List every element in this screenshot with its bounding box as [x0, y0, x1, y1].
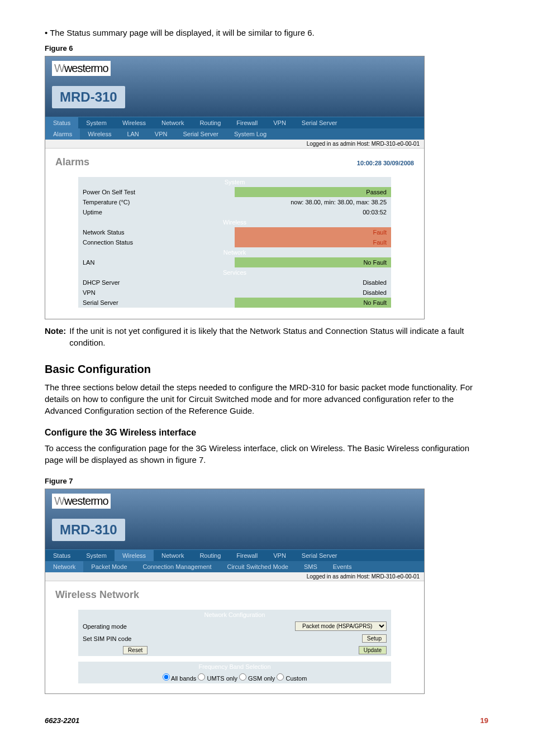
subtab-sms[interactable]: SMS	[296, 561, 325, 572]
table-row: Power On Self TestPassed	[78, 187, 391, 197]
note-label: Note:	[45, 325, 66, 348]
login-bar: Logged in as admin Host: MRD-310-e0-00-0…	[45, 572, 424, 581]
radio-umts[interactable]: UMTS only	[198, 675, 237, 682]
radio-input[interactable]	[277, 673, 284, 681]
section-system: System	[78, 177, 391, 187]
row-value: 00:03:52	[235, 207, 391, 217]
tab-vpn[interactable]: VPN	[265, 117, 294, 128]
tab-network[interactable]: Network	[154, 550, 192, 561]
freq-band-table: Frequency Band Selection All bands UMTS …	[78, 662, 391, 683]
update-cell: Update	[192, 644, 391, 656]
figure7-screenshot: Wwestermo MRD-310 Status System Wireless…	[45, 489, 425, 694]
table-row: Serial ServerNo Fault	[78, 298, 391, 308]
westermo-logo: Wwestermo	[52, 494, 111, 509]
net-config-header: Network Configuration	[78, 610, 391, 620]
table-row: Set SIM PIN code Setup	[78, 633, 391, 644]
basic-config-heading: Basic Configuration	[45, 363, 488, 376]
subtab-wireless[interactable]: Wireless	[80, 128, 119, 140]
subtab-lan[interactable]: LAN	[119, 128, 146, 140]
subtab-serial[interactable]: Serial Server	[175, 128, 226, 140]
tab-routing[interactable]: Routing	[192, 117, 229, 128]
subtab-events[interactable]: Events	[325, 561, 360, 572]
subtab-vpn[interactable]: VPN	[147, 128, 175, 140]
section-wireless: Wireless	[78, 217, 391, 227]
radio-all-bands[interactable]: All bands	[163, 675, 197, 682]
subtab-network[interactable]: Network	[45, 561, 83, 572]
alarms-table: System Power On Self TestPassed Temperat…	[78, 177, 391, 308]
tab-serial[interactable]: Serial Server	[294, 117, 345, 128]
row-label: Temperature (°C)	[78, 197, 235, 207]
fig7-header: Wwestermo MRD-310	[45, 489, 424, 549]
table-row: Connection StatusFault	[78, 237, 391, 247]
simpin-label: Set SIM PIN code	[78, 633, 192, 644]
row-label: Uptime	[78, 207, 235, 217]
tab-vpn[interactable]: VPN	[265, 550, 294, 561]
note-text: If the unit is not yet configured it is …	[69, 325, 488, 348]
fig7-tabs-primary: Status System Wireless Network Routing F…	[45, 549, 424, 561]
row-value: Fault	[235, 237, 391, 247]
radio-input[interactable]	[198, 673, 205, 681]
row-value: No Fault	[235, 257, 391, 267]
tab-routing[interactable]: Routing	[192, 550, 229, 561]
tab-system[interactable]: System	[78, 117, 115, 128]
row-label: Serial Server	[78, 298, 235, 308]
figure6-label: Figure 6	[45, 44, 488, 52]
table-row: DHCP ServerDisabled	[78, 277, 391, 288]
tab-status[interactable]: Status	[45, 117, 78, 128]
configure-3g-heading: Configure the 3G Wireless interface	[45, 428, 488, 438]
radio-input[interactable]	[163, 673, 170, 681]
freq-header: Frequency Band Selection	[78, 662, 391, 672]
tab-network[interactable]: Network	[154, 117, 192, 128]
tab-wireless[interactable]: Wireless	[115, 550, 154, 561]
tab-status[interactable]: Status	[45, 550, 78, 561]
reset-button[interactable]: Reset	[123, 646, 147, 654]
setup-button[interactable]: Setup	[362, 634, 387, 643]
section-services: Services	[78, 267, 391, 277]
row-value: Passed	[235, 187, 391, 197]
subtab-syslog[interactable]: System Log	[226, 128, 274, 140]
fig6-tabs-primary: Status System Wireless Network Routing F…	[45, 117, 424, 128]
reset-cell: Reset	[78, 644, 192, 656]
network-config-table: Network Configuration Operating mode Pac…	[78, 610, 391, 656]
subtab-alarms[interactable]: Alarms	[45, 128, 80, 140]
configure-3g-para: To access the configuration page for the…	[45, 442, 488, 466]
freq-radio-row: All bands UMTS only GSM only Custom	[78, 672, 391, 683]
simpin-cell: Setup	[192, 633, 391, 644]
footer-docnum: 6623-2201	[45, 716, 79, 725]
wireless-network-title: Wireless Network	[45, 581, 424, 604]
table-row: VPNDisabled	[78, 288, 391, 298]
intro-bullet: • The Status summary page will be displa…	[45, 28, 488, 37]
tab-serial[interactable]: Serial Server	[294, 550, 345, 561]
opmode-label: Operating mode	[78, 620, 192, 633]
radio-custom[interactable]: Custom	[277, 675, 307, 682]
row-value: Fault	[235, 227, 391, 237]
table-row: Network StatusFault	[78, 227, 391, 237]
tab-system[interactable]: System	[78, 550, 115, 561]
subtab-csm[interactable]: Circuit Switched Mode	[219, 561, 296, 572]
alarms-section: Alarms 10:00:28 30/09/2008	[45, 149, 424, 171]
table-row: LANNo Fault	[78, 257, 391, 267]
radio-input[interactable]	[239, 673, 246, 681]
tab-wireless[interactable]: Wireless	[115, 117, 154, 128]
figure6-screenshot: Wwestermo MRD-310 Status System Wireless…	[45, 56, 425, 319]
table-row: Reset Update	[78, 644, 391, 656]
row-value: Disabled	[235, 277, 391, 288]
update-button[interactable]: Update	[359, 646, 387, 654]
subtab-conn[interactable]: Connection Management	[135, 561, 220, 572]
tab-firewall[interactable]: Firewall	[229, 117, 265, 128]
section-network: Network	[78, 247, 391, 257]
alarms-timestamp: 10:00:28 30/09/2008	[357, 160, 414, 166]
device-name: MRD-310	[52, 519, 125, 541]
footer-pagenum: 19	[480, 716, 488, 725]
alarms-title: Alarms	[55, 156, 89, 168]
table-row: Operating mode Packet mode (HSPA/GPRS)	[78, 620, 391, 633]
radio-gsm[interactable]: GSM only	[239, 675, 275, 682]
opmode-select[interactable]: Packet mode (HSPA/GPRS)	[295, 621, 387, 631]
subtab-packet[interactable]: Packet Mode	[83, 561, 135, 572]
row-value: Disabled	[235, 288, 391, 298]
table-row: Temperature (°C)now: 38.00, min: 38.00, …	[78, 197, 391, 207]
basic-config-para: The three sections below detail the step…	[45, 381, 488, 417]
fig7-tabs-secondary: Network Packet Mode Connection Managemen…	[45, 561, 424, 572]
row-label: DHCP Server	[78, 277, 235, 288]
tab-firewall[interactable]: Firewall	[229, 550, 265, 561]
